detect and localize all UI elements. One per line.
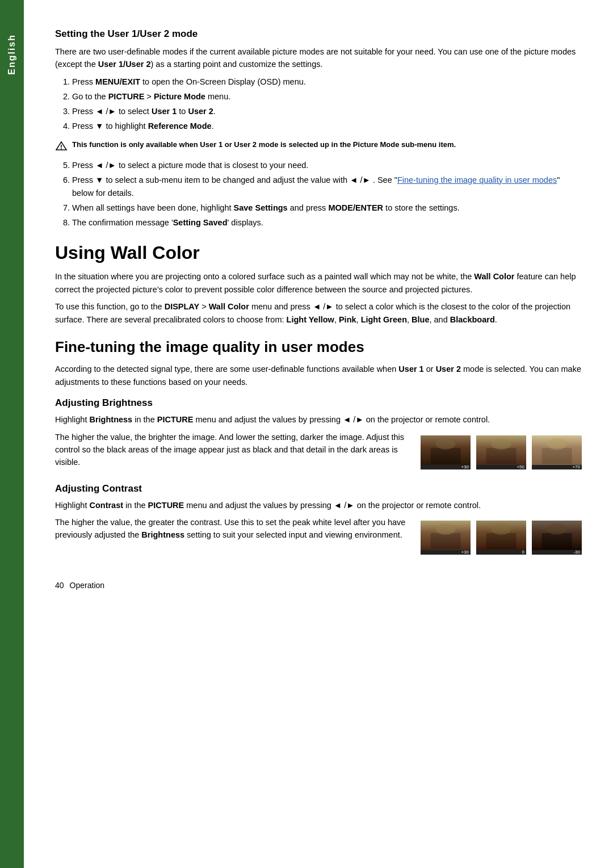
contrast-img-2: 0 bbox=[476, 521, 526, 555]
step-4: Press ▼ to highlight Reference Mode. bbox=[72, 120, 582, 133]
main-content: Setting the User 1/User 2 mode There are… bbox=[24, 0, 613, 624]
contrast-bar-2: 0 bbox=[476, 550, 526, 555]
note-icon bbox=[55, 140, 68, 152]
fine-tuning-intro: According to the detected signal type, t… bbox=[55, 363, 582, 388]
brightness-bar-1: +30 bbox=[421, 465, 471, 469]
footer-label: Operation bbox=[70, 581, 104, 590]
brightness-thumb-2: +50 bbox=[476, 435, 526, 469]
contrast-bar-3: -30 bbox=[532, 550, 582, 555]
step-2: Go to the PICTURE > Picture Mode menu. bbox=[72, 90, 582, 104]
steps-list-1: Press MENU/EXIT to open the On-Screen Di… bbox=[72, 76, 582, 133]
brightness-thumb-3: +70 bbox=[532, 435, 582, 469]
wall-color-title: Using Wall Color bbox=[55, 242, 582, 263]
contrast-images: +30 0 bbox=[421, 521, 582, 555]
contrast-label-1: +30 bbox=[461, 550, 469, 555]
brightness-label-2: +50 bbox=[517, 464, 524, 469]
step-3: Press ◄ /► to select User 1 to User 2. bbox=[72, 105, 582, 119]
brightness-img-1: +30 bbox=[421, 435, 471, 469]
page-number: 40 bbox=[55, 581, 64, 590]
note-box: This function is only available when Use… bbox=[55, 139, 582, 152]
step-5: Press ◄ /► to select a picture mode that… bbox=[72, 159, 582, 173]
section-heading-user-mode: Setting the User 1/User 2 mode bbox=[55, 28, 582, 40]
contrast-thumb-1: +30 bbox=[421, 521, 471, 555]
brightness-label-1: +30 bbox=[461, 464, 469, 469]
contrast-para1: Highlight Contrast in the PICTURE menu a… bbox=[55, 499, 582, 511]
step-6: Press ▼ to select a sub-menu item to be … bbox=[72, 174, 582, 201]
contrast-thumb-2: 0 bbox=[476, 521, 526, 555]
contrast-label-3: -30 bbox=[573, 550, 580, 555]
note-text: This function is only available when Use… bbox=[72, 139, 456, 150]
contrast-img-1: +30 bbox=[421, 521, 471, 555]
fine-tuning-title: Fine-tuning the image quality in user mo… bbox=[55, 338, 582, 356]
section1-intro: There are two user-definable modes if th… bbox=[55, 45, 582, 71]
brightness-heading: Adjusting Brightness bbox=[55, 397, 582, 409]
brightness-images: +30 +50 bbox=[421, 435, 582, 469]
contrast-content: +30 0 bbox=[55, 516, 582, 559]
brightness-img-3: +70 bbox=[532, 435, 582, 469]
brightness-para1: Highlight Brightness in the PICTURE menu… bbox=[55, 413, 582, 426]
contrast-bar-1: +30 bbox=[421, 550, 471, 555]
page-footer: 40 Operation bbox=[55, 576, 582, 590]
contrast-img-3: -30 bbox=[532, 521, 582, 555]
wall-color-para1: In the situation where you are projectin… bbox=[55, 270, 582, 296]
brightness-section: Adjusting Brightness Highlight Brightnes… bbox=[55, 397, 582, 473]
brightness-content: +30 +50 bbox=[55, 431, 582, 474]
step-8: The confirmation message 'Setting Saved'… bbox=[72, 216, 582, 230]
contrast-heading: Adjusting Contrast bbox=[55, 483, 582, 494]
brightness-img-2: +50 bbox=[476, 435, 526, 469]
section-user-mode: Setting the User 1/User 2 mode There are… bbox=[55, 28, 582, 230]
steps-list-2: Press ◄ /► to select a picture mode that… bbox=[72, 159, 582, 230]
brightness-thumb-1: +30 bbox=[421, 435, 471, 469]
brightness-label-3: +70 bbox=[572, 464, 580, 469]
link-fine-tuning[interactable]: Fine-tuning the image quality in user mo… bbox=[397, 175, 557, 184]
contrast-section: Adjusting Contrast Highlight Contrast in… bbox=[55, 483, 582, 559]
wall-color-para2: To use this function, go to the DISPLAY … bbox=[55, 300, 582, 326]
brightness-bar-2: +50 bbox=[476, 465, 526, 469]
sidebar: English bbox=[0, 0, 24, 868]
step-1: Press MENU/EXIT to open the On-Screen Di… bbox=[72, 76, 582, 89]
sidebar-label: English bbox=[7, 34, 17, 75]
contrast-thumb-3: -30 bbox=[532, 521, 582, 555]
svg-point-1 bbox=[61, 148, 62, 149]
brightness-bar-3: +70 bbox=[532, 465, 582, 469]
contrast-label-2: 0 bbox=[522, 550, 524, 555]
step-7: When all settings have been done, highli… bbox=[72, 202, 582, 215]
